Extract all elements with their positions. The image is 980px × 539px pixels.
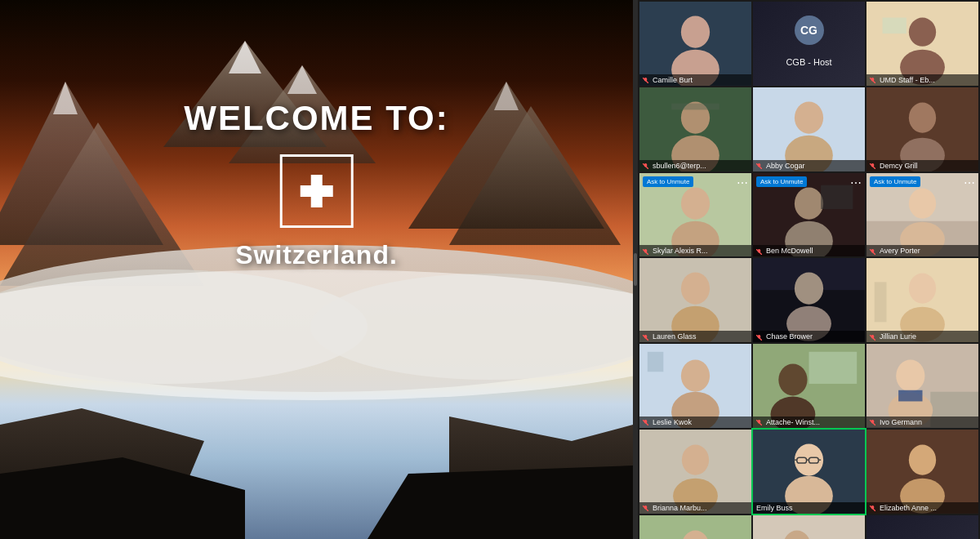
svg-marker-7 [53,82,78,114]
svg-rect-33 [671,103,719,109]
mute-icon [756,334,762,340]
participant-label: Jillian Lurie [866,331,978,342]
ask-unmute-badge[interactable]: Ask to Unmute [756,176,807,187]
svg-marker-9 [449,106,621,245]
participant-name: CGB - Host [782,52,835,72]
participant-label: sbullen6@terp... [639,160,751,172]
svg-marker-10 [494,82,519,110]
svg-marker-16 [449,416,633,539]
svg-marker-18 [368,466,633,539]
participant-tile[interactable]: Ask to Unmute ⋯ Ben McDowell [753,173,865,257]
svg-point-20 [681,16,710,48]
participant-tile[interactable]: Leslie Kwok [639,344,751,428]
participant-tile[interactable]: Jillian Lurie [866,258,978,342]
svg-point-42 [909,102,936,132]
mute-icon [870,334,875,340]
more-options-button[interactable]: ⋯ [850,176,862,189]
participant-tile[interactable]: CG CGB - Host [753,2,865,86]
participant-label: Ivo Germann [866,416,978,428]
svg-rect-77 [875,283,887,323]
participant-tile[interactable]: Demcy Grill [866,87,978,172]
mute-icon [870,419,875,425]
svg-point-13 [310,274,633,380]
mute-icon [643,248,648,254]
participant-label: Elizabeth Anne ... [866,502,978,514]
participant-label: Lauren Glass [639,331,751,342]
avatar: CG [795,16,824,45]
participant-tile[interactable]: Abby Cogar [753,87,865,172]
participants-grid: Camille Burt CG CGB - Host UMD Staff - E… [638,0,980,539]
mute-icon [643,419,648,425]
mute-icon [643,334,648,340]
svg-marker-6 [0,122,204,286]
participant-tile[interactable]: Elizabeth Anne ... [866,430,978,514]
svg-marker-17 [0,457,245,539]
participant-label: Ben McDowell [753,245,865,256]
participant-tile[interactable]: Chase Brower [753,258,865,342]
participant-tile[interactable]: UMD Staff - Eb... [866,2,978,86]
divider-handle [634,253,637,286]
svg-point-47 [681,187,710,219]
participant-label: Demcy Grill [866,160,978,172]
participant-tile[interactable]: Zachary Meyers [753,515,865,540]
svg-point-59 [909,188,936,218]
swiss-cross-icon [296,171,337,212]
participant-tile[interactable]: Lauren Glass [639,258,751,342]
ask-unmute-badge[interactable]: Ask to Unmute [870,176,920,187]
mute-icon [643,77,648,82]
participant-label: Camille Burt [639,74,751,86]
participant-tile[interactable]: Ask to Unmute ⋯ Avery Porter [866,173,978,257]
participant-tile[interactable]: Ivo Germann [866,344,978,428]
svg-rect-87 [809,352,858,384]
mute-icon [756,163,762,168]
svg-marker-4 [287,65,317,94]
participant-label: Brianna Marbu... [639,502,751,514]
emily-buss-tile[interactable]: Emily Buss [753,430,865,514]
participant-label: Chase Brower [753,331,865,342]
participant-label: Emily Buss [753,502,865,514]
more-options-button[interactable]: ⋯ [737,176,748,189]
country-label: Switzerland. [235,240,398,270]
svg-marker-5 [0,82,163,245]
svg-point-113 [909,444,936,474]
mute-icon [643,505,648,510]
participant-tile[interactable]: Brianna Marbu... [639,430,751,514]
participants-panel[interactable]: Camille Burt CG CGB - Host UMD Staff - E… [638,0,980,539]
svg-marker-15 [0,408,204,539]
mute-icon [870,77,875,82]
participant-label: Leslie Kwok [639,416,751,428]
participant-tile[interactable]: Geoffrey Mason... [866,515,978,540]
mute-icon [756,419,762,425]
participant-label: UMD Staff - Eb... [866,74,978,86]
mute-icon [643,163,648,168]
welcome-heading: WELCOME TO: [184,99,449,138]
ask-unmute-badge[interactable]: Ask to Unmute [643,176,693,187]
participant-tile[interactable]: sbullen6@terp... [639,87,751,172]
svg-point-37 [795,101,823,133]
participant-label: Avery Porter [866,245,978,256]
svg-point-70 [795,273,823,305]
welcome-text: WELCOME TO: Switzerland. [184,99,449,278]
svg-point-52 [795,187,823,219]
svg-rect-27 [883,18,906,34]
participant-label: Attache- Winst... [753,416,865,428]
svg-point-88 [778,363,807,395]
more-options-button[interactable]: ⋯ [964,176,975,189]
svg-point-75 [909,274,936,304]
svg-point-25 [909,18,936,47]
mute-icon [756,248,762,254]
participant-label: Abby Cogar [753,160,865,172]
svg-rect-122 [753,515,865,540]
svg-marker-3 [229,41,261,74]
svg-point-100 [682,444,709,474]
svg-point-14 [0,270,633,400]
participant-tile[interactable]: Camille Burt [639,2,751,86]
presentation-slide: WELCOME TO: Switzerland. [0,0,633,539]
participant-tile[interactable]: Joanna Kwok [639,515,751,540]
svg-point-12 [0,270,368,384]
svg-point-82 [681,360,710,392]
participant-label: Skylar Alexis R... [639,245,751,256]
participant-tile[interactable]: Attache- Winst... [753,344,865,428]
participant-tile[interactable]: Ask to Unmute ⋯ Skylar Alexis R... [639,173,751,257]
svg-rect-81 [648,352,664,372]
